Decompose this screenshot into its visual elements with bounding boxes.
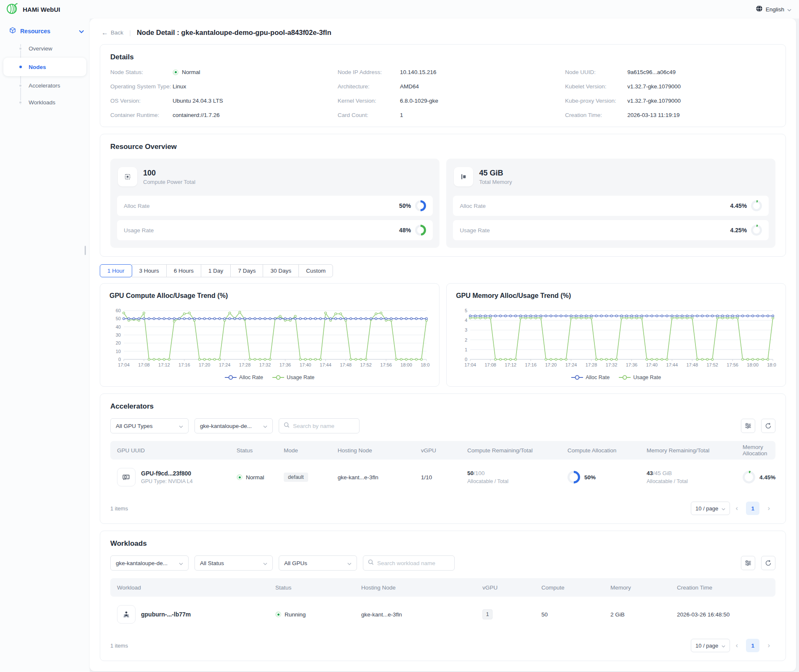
svg-text:0: 0 [118, 357, 121, 362]
detail-container-runtime: Container Runtime: containerd://1.7.26 [110, 112, 321, 118]
column-settings-button[interactable] [741, 419, 755, 433]
chevron-down-icon [179, 560, 183, 566]
alloc-rate-ring [751, 200, 762, 211]
legend-item[interactable]: Usage Rate [619, 375, 661, 380]
sidebar-item-workloads[interactable]: Workloads [0, 94, 90, 111]
language-selector[interactable]: English [756, 5, 791, 13]
top-bar: HAMi WebUI English [0, 0, 799, 19]
detail-os-version: OS Version: Ubuntu 24.04.3 LTS [110, 98, 321, 104]
tab-1-hour[interactable]: 1 Hour [100, 264, 132, 277]
sidebar: Resources Overview Nodes Accelerators Wo… [0, 19, 90, 672]
accelerators-pagination: 1 items 10 / page ‹ 1 › [110, 502, 775, 515]
sidebar-item-overview[interactable]: Overview [0, 40, 90, 57]
chart-title: GPU Memory Alloc/Usage Trend (%) [456, 292, 776, 300]
svg-text:18:00: 18:00 [747, 362, 759, 367]
gpu-compute-trend-chart[interactable]: 010203040506017:0417:0817:1217:1617:2017… [109, 306, 430, 372]
page-size-select[interactable]: 10 / page [691, 502, 730, 515]
gpu-type-select[interactable]: All GPU Types [110, 418, 189, 433]
workload-status-select[interactable]: All Status [194, 555, 273, 571]
compute-overview-card: 100 Compute Power Total Alloc Rate 50% [110, 159, 439, 248]
sidebar-item-accelerators[interactable]: Accelerators [0, 77, 90, 94]
sidebar-item-nodes[interactable]: Nodes [3, 58, 86, 76]
gpu-uuid[interactable]: GPU-f9cd...23f800 [141, 470, 193, 477]
prev-page-button[interactable]: ‹ [730, 504, 743, 513]
svg-text:17:20: 17:20 [199, 362, 210, 367]
back-button[interactable]: ← Back [101, 29, 123, 37]
hosting-node: gke-kant...e-3fln [338, 474, 421, 481]
memory-remaining-total: 43/45 GiB Allocatable / Total [647, 470, 743, 484]
accelerator-search-input[interactable] [293, 423, 354, 429]
svg-text:20: 20 [116, 340, 121, 345]
legend-item[interactable]: Alloc Rate [571, 375, 610, 380]
refresh-button[interactable] [761, 556, 775, 570]
next-page-button[interactable]: › [762, 641, 775, 650]
refresh-button[interactable] [761, 419, 775, 433]
svg-text:17:48: 17:48 [687, 362, 698, 367]
prev-page-button[interactable]: ‹ [730, 641, 743, 650]
svg-text:18:04: 18:04 [767, 362, 776, 367]
tab-30-days[interactable]: 30 Days [263, 264, 299, 277]
accelerator-search [279, 418, 360, 433]
gpu-memory-trend-chart[interactable]: 01234517:0417:0817:1217:1617:2017:2417:2… [456, 306, 776, 372]
memory-alloc-rate-row: Alloc Rate 4.45% [453, 196, 769, 216]
detail-kernel-version: Kernel Version: 6.8.0-1029-gke [338, 98, 548, 104]
node-filter-select[interactable]: gke-kantaloupe-de... [194, 418, 273, 433]
svg-text:1: 1 [465, 347, 467, 352]
table-row[interactable]: gpuburn-...-lb77m Running gke-kant...e-3… [110, 597, 775, 632]
workload-search-input[interactable] [377, 560, 450, 566]
sidebar-collapse-handle[interactable] [85, 246, 86, 255]
svg-text:17:08: 17:08 [138, 362, 150, 367]
compute-value: 50 [541, 611, 610, 618]
column-settings-button[interactable] [741, 556, 755, 570]
watermelon-logo [6, 2, 19, 16]
vgpu-count: 1/10 [421, 474, 467, 481]
workload-name[interactable]: gpuburn-...-lb77m [141, 611, 191, 618]
svg-text:17:52: 17:52 [707, 362, 719, 367]
compute-usage-rate-row: Usage Rate 48% [117, 220, 433, 240]
svg-text:17:12: 17:12 [505, 362, 517, 367]
chevron-down-icon [263, 423, 267, 429]
pods-icon [117, 605, 136, 624]
svg-text:17:24: 17:24 [219, 362, 231, 367]
chevron-down-icon [263, 560, 267, 566]
accelerators-title: Accelerators [110, 402, 775, 411]
arrow-left-icon: ← [101, 29, 108, 37]
compute-allocation: 50% [567, 471, 647, 483]
tab-7-days[interactable]: 7 Days [230, 264, 263, 277]
svg-text:17:16: 17:16 [525, 362, 537, 367]
search-icon [284, 422, 290, 430]
svg-text:17:40: 17:40 [646, 362, 658, 367]
compute-remaining-total: 50/100 Allocatable / Total [467, 470, 567, 484]
page-number[interactable]: 1 [746, 639, 759, 652]
page-number[interactable]: 1 [746, 502, 759, 515]
page-size-select[interactable]: 10 / page [691, 639, 730, 652]
legend-item[interactable]: Usage Rate [272, 375, 314, 380]
creation-time: 2026-03-26 16:48:50 [677, 611, 775, 618]
tab-6-hours[interactable]: 6 Hours [166, 264, 201, 277]
tab-3-hours[interactable]: 3 Hours [132, 264, 167, 277]
svg-text:17:40: 17:40 [300, 362, 312, 367]
resource-overview-title: Resource Overview [110, 143, 775, 151]
workload-node-select[interactable]: gke-kantaloupe-de... [110, 555, 189, 571]
tab-custom[interactable]: Custom [298, 264, 333, 277]
legend-item[interactable]: Alloc Rate [225, 375, 263, 380]
brand: HAMi WebUI [6, 2, 60, 16]
page-header: ← Back | Node Detail : gke-kantaloupe-de… [100, 25, 786, 44]
sidebar-item-label: Overview [29, 45, 52, 52]
workload-gpu-select[interactable]: All GPUs [279, 555, 357, 571]
ram-icon [454, 167, 473, 186]
tab-1-day[interactable]: 1 Day [201, 264, 231, 277]
table-row[interactable]: GPU-f9cd...23f800 GPU Type: NVIDIA L4 No… [110, 460, 775, 495]
svg-text:60: 60 [116, 308, 121, 313]
detail-kubeproxy-version: Kube-proxy Version: v1.32.7-gke.1079000 [565, 98, 775, 104]
next-page-button[interactable]: › [762, 504, 775, 513]
svg-text:5: 5 [465, 308, 467, 313]
svg-text:17:36: 17:36 [280, 362, 291, 367]
vgpu-tag: 1 [482, 609, 493, 619]
tree-dot-active [19, 65, 23, 69]
svg-text:17:36: 17:36 [626, 362, 638, 367]
status-badge: Running [275, 611, 361, 618]
svg-text:18:00: 18:00 [400, 362, 412, 367]
sidebar-section-resources[interactable]: Resources [0, 23, 90, 39]
chevron-down-icon [722, 505, 725, 512]
